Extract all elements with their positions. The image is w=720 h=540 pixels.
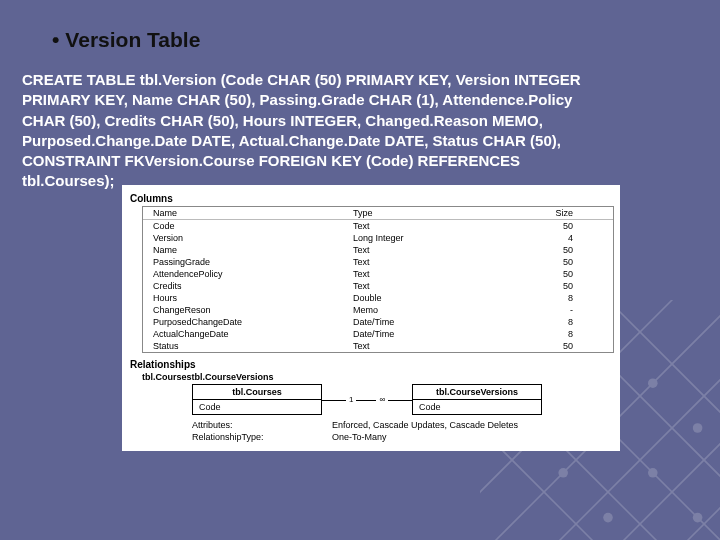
table-row: PassingGradeText50: [143, 256, 613, 268]
col-name: Version: [153, 233, 353, 243]
table-row: AttendencePolicyText50: [143, 268, 613, 280]
col-type: Long Integer: [353, 233, 513, 243]
table-row: CodeText50: [143, 220, 613, 232]
col-type: Date/Time: [353, 329, 513, 339]
svg-point-13: [693, 513, 703, 523]
svg-point-12: [648, 468, 658, 478]
attributes-label: Attributes:: [192, 420, 332, 430]
col-header-size: Size: [513, 208, 583, 218]
slide-title: •Version Table: [52, 28, 200, 52]
table-row: ChangeResonMemo-: [143, 304, 613, 316]
reltype-value: One-To-Many: [332, 432, 387, 442]
table-row: CreditsText50: [143, 280, 613, 292]
svg-point-16: [693, 423, 703, 433]
col-name: ChangeReson: [153, 305, 353, 315]
attributes-value: Enforced, Cascade Updates, Cascade Delet…: [332, 420, 518, 430]
table-row: ActualChangeDateDate/Time8: [143, 328, 613, 340]
col-size: 8: [513, 329, 583, 339]
col-size: -: [513, 305, 583, 315]
col-name: Hours: [153, 293, 353, 303]
entity-left: tbl.Courses Code: [192, 384, 322, 415]
svg-point-19: [558, 468, 568, 478]
col-size: 50: [513, 245, 583, 255]
table-row: NameText50: [143, 244, 613, 256]
columns-table: Name Type Size CodeText50VersionLong Int…: [142, 206, 614, 353]
col-type: Text: [353, 221, 513, 231]
col-type: Date/Time: [353, 317, 513, 327]
col-header-type: Type: [353, 208, 513, 218]
relationships-label: Relationships: [130, 359, 614, 370]
col-size: 8: [513, 293, 583, 303]
entity-left-field: Code: [193, 400, 321, 414]
col-type: Memo: [353, 305, 513, 315]
cardinality-left: 1: [346, 395, 356, 404]
col-type: Text: [353, 257, 513, 267]
svg-point-20: [603, 513, 613, 523]
col-size: 50: [513, 257, 583, 267]
col-type: Text: [353, 341, 513, 351]
table-row: PurposedChangeDateDate/Time8: [143, 316, 613, 328]
relationship-connector: 1 ∞: [322, 395, 412, 404]
columns-label: Columns: [130, 193, 614, 204]
reltype-label: RelationshipType:: [192, 432, 332, 442]
relationships-box: tbl.Coursestbl.CourseVersions tbl.Course…: [142, 372, 614, 443]
col-size: 50: [513, 281, 583, 291]
col-size: 50: [513, 269, 583, 279]
col-type: Text: [353, 245, 513, 255]
bullet-icon: •: [52, 28, 59, 51]
col-type: Double: [353, 293, 513, 303]
entity-right-field: Code: [413, 400, 541, 414]
col-name: PassingGrade: [153, 257, 353, 267]
svg-point-15: [648, 378, 658, 388]
entity-left-name: tbl.Courses: [193, 385, 321, 400]
cardinality-right: ∞: [376, 395, 388, 404]
col-name: AttendencePolicy: [153, 269, 353, 279]
sql-statement: CREATE TABLE tbl.Version (Code CHAR (50)…: [22, 70, 592, 192]
table-row: HoursDouble8: [143, 292, 613, 304]
col-name: Code: [153, 221, 353, 231]
col-name: Name: [153, 245, 353, 255]
col-name: Status: [153, 341, 353, 351]
relationship-heading: tbl.Coursestbl.CourseVersions: [142, 372, 614, 382]
col-type: Text: [353, 269, 513, 279]
entity-right-name: tbl.CourseVersions: [413, 385, 541, 400]
table-row: VersionLong Integer4: [143, 232, 613, 244]
col-header-name: Name: [153, 208, 353, 218]
col-size: 50: [513, 221, 583, 231]
col-name: Credits: [153, 281, 353, 291]
relationship-meta: Attributes: Enforced, Cascade Updates, C…: [192, 419, 614, 443]
erd-diagram: tbl.Courses Code 1 ∞ tbl.CourseVersions …: [192, 384, 614, 415]
col-size: 4: [513, 233, 583, 243]
title-text: Version Table: [65, 28, 200, 51]
col-size: 50: [513, 341, 583, 351]
svg-line-10: [608, 396, 720, 540]
table-row: StatusText50: [143, 340, 613, 352]
col-name: ActualChangeDate: [153, 329, 353, 339]
col-type: Text: [353, 281, 513, 291]
col-name: PurposedChangeDate: [153, 317, 353, 327]
schema-panel: Columns Name Type Size CodeText50Version…: [122, 185, 620, 451]
entity-right: tbl.CourseVersions Code: [412, 384, 542, 415]
col-size: 8: [513, 317, 583, 327]
columns-header-row: Name Type Size: [143, 207, 613, 220]
